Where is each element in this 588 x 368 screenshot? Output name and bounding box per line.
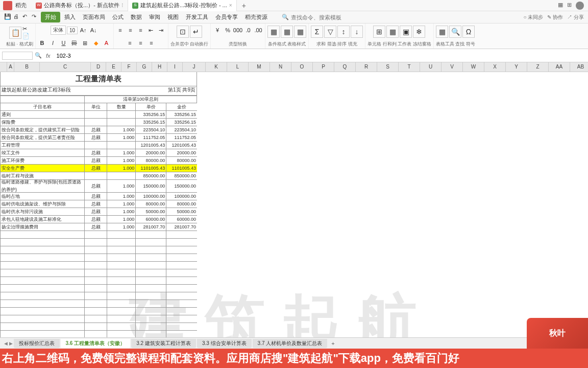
indent-dec-icon[interactable]: ⇤ — [146, 26, 156, 35]
col-header-K[interactable]: K — [206, 62, 227, 72]
select-all-corner[interactable] — [0, 62, 7, 72]
copy-icon[interactable]: 📄 — [22, 33, 30, 39]
table-row[interactable]: 临时供电设施架设、维护与拆除总额1.00080000.0080000.00 — [0, 200, 197, 208]
cell-button[interactable]: ⊞ — [373, 26, 385, 38]
empty-row[interactable] — [0, 239, 197, 246]
col-header-Y[interactable]: Y — [506, 62, 527, 72]
col-header-I[interactable]: I — [167, 62, 183, 72]
align-mid-icon[interactable]: ≡ — [126, 26, 135, 35]
fill-button[interactable]: ↓ — [351, 26, 363, 38]
col-header-Q[interactable]: Q — [334, 62, 356, 72]
col-header-D[interactable]: D — [91, 62, 106, 72]
spreadsheet-grid[interactable]: 建筑起航 ABCDEFGHIJKLMNOPQRSTUVWXYZAAAB 工程量清… — [0, 62, 588, 349]
symbol-button[interactable]: Ω — [462, 26, 475, 38]
col-header-AA[interactable]: AA — [549, 62, 570, 72]
font-name-select[interactable]: 宋体 — [51, 26, 66, 35]
col-header-M[interactable]: M — [249, 62, 270, 72]
close-tab-icon[interactable]: × — [229, 3, 232, 8]
menu-search[interactable]: 🔍 — [282, 14, 342, 20]
sheet-tab[interactable]: 3.2 建筑安装工程计算表 — [131, 339, 196, 348]
col-header-B[interactable]: B — [14, 62, 40, 72]
table-row[interactable]: 保险费335256.15335256.15 — [0, 119, 197, 126]
col-header-T[interactable]: T — [399, 62, 420, 72]
align-right-icon[interactable]: ≡ — [147, 38, 156, 48]
table-row[interactable]: 竣工文件总额1.00020000.0020000.00 — [0, 149, 197, 157]
formula-input[interactable] — [55, 52, 586, 59]
fill-color-button[interactable]: ◆ — [91, 38, 101, 48]
empty-row[interactable] — [0, 277, 197, 285]
col-header-P[interactable]: P — [313, 62, 334, 72]
search-input[interactable] — [291, 14, 342, 20]
file-tab-1[interactable]: W 公路商务标（投...）- 新点软件 ⁝ — [32, 0, 128, 11]
align-left-icon[interactable]: ≡ — [126, 38, 135, 48]
col-header-N[interactable]: N — [270, 62, 291, 72]
merge-button[interactable]: ⊡ — [177, 26, 189, 38]
menu-start[interactable]: 开始 — [41, 12, 60, 22]
freeze-button[interactable]: ❄ — [413, 26, 425, 38]
empty-row[interactable] — [0, 315, 197, 323]
col-header-G[interactable]: G — [137, 62, 152, 72]
italic-button[interactable]: I — [48, 38, 58, 48]
menu-layout[interactable]: 页面布局 — [80, 12, 108, 22]
col-header-C[interactable]: C — [40, 62, 91, 72]
menu-formula[interactable]: 公式 — [109, 12, 127, 22]
share-button[interactable]: ↗ 分享 — [567, 14, 584, 21]
font-size-select[interactable]: 10 — [67, 27, 78, 34]
menu-data[interactable]: 数据 — [128, 12, 145, 22]
menu-dev[interactable]: 开发工具 — [183, 12, 211, 22]
table-row[interactable]: 扬尘治理措施费用总额1.000281007.70281007.70 — [0, 223, 197, 231]
currency-button[interactable]: ¥ — [213, 26, 222, 35]
empty-row[interactable] — [0, 323, 197, 331]
dec-dec-icon[interactable]: .00 — [254, 26, 263, 35]
sheet-tab[interactable]: 投标报价汇总表 — [14, 339, 60, 348]
filter-button[interactable]: ▽ — [324, 26, 336, 38]
col-header-AB[interactable]: AB — [570, 62, 588, 72]
menu-insert[interactable]: 插入 — [61, 12, 79, 22]
cell-style-button[interactable]: ▦ — [294, 26, 306, 38]
align-center-icon[interactable]: ≡ — [136, 38, 145, 48]
layout-icon[interactable]: ⊞ — [567, 2, 572, 10]
empty-row[interactable] — [0, 231, 197, 239]
col-header-F[interactable]: F — [121, 62, 137, 72]
border-button[interactable]: ⊞ — [81, 38, 90, 48]
table-row[interactable]: 临时供水与排污设施总额1.00050000.0050000.00 — [0, 208, 197, 216]
col-header-R[interactable]: R — [356, 62, 377, 72]
empty-row[interactable] — [0, 262, 197, 269]
empty-row[interactable] — [0, 300, 197, 308]
col-header-A[interactable]: A — [7, 62, 14, 72]
print-icon[interactable]: 🖨 — [13, 13, 21, 21]
menu-view[interactable]: 视图 — [164, 12, 182, 22]
table-row[interactable]: 工程管理1201005.431201005.43 — [0, 142, 197, 149]
cond-fmt-button[interactable]: ▦ — [267, 26, 280, 38]
col-header-H[interactable]: H — [152, 62, 167, 72]
align-top-icon[interactable]: ≡ — [116, 26, 125, 35]
collab-button[interactable]: ✎ 协作 — [547, 14, 563, 21]
font-color-button[interactable]: A — [102, 38, 111, 48]
wrap-button[interactable]: ↵ — [190, 26, 202, 38]
empty-row[interactable] — [0, 246, 197, 254]
cut-icon[interactable]: ✂ — [22, 26, 30, 32]
col-header-E[interactable]: E — [106, 62, 121, 72]
add-tab-button[interactable]: + — [237, 2, 251, 10]
thousand-button[interactable]: 000 — [233, 26, 242, 35]
empty-row[interactable] — [0, 285, 197, 292]
paste-button[interactable]: 📋 — [9, 27, 21, 39]
sheet-button[interactable]: ▣ — [400, 26, 412, 38]
search-ref-icon[interactable]: 🔍 — [35, 52, 42, 59]
menu-vip[interactable]: 会员专享 — [212, 12, 241, 22]
col-header-X[interactable]: X — [484, 62, 506, 72]
table-row[interactable]: 安全生产费总额1.0001101005.431101005.43 — [0, 165, 197, 172]
indent-inc-icon[interactable]: ⇥ — [157, 26, 166, 35]
menu-res[interactable]: 稻壳资源 — [242, 12, 271, 22]
find-button[interactable]: 🔍 — [449, 26, 461, 38]
file-tab-2[interactable]: S 建筑起航昼公路...3标段-控制价 - ... × — [128, 0, 237, 11]
col-header-V[interactable]: V — [442, 62, 463, 72]
sum-button[interactable]: Σ — [311, 26, 323, 38]
bold-button[interactable]: B — [38, 38, 47, 48]
table-row[interactable]: 临时道路修建、养护与拆除(包括原道路的养护)总额1.000150000.0015… — [0, 180, 197, 193]
table-tool-button[interactable]: ▦ — [436, 26, 448, 38]
empty-row[interactable] — [0, 308, 197, 315]
sheet-nav[interactable]: ◀ ▶ — [4, 341, 13, 346]
menu-review[interactable]: 审阅 — [146, 12, 163, 22]
rowcol-button[interactable]: ▦ — [386, 26, 399, 38]
